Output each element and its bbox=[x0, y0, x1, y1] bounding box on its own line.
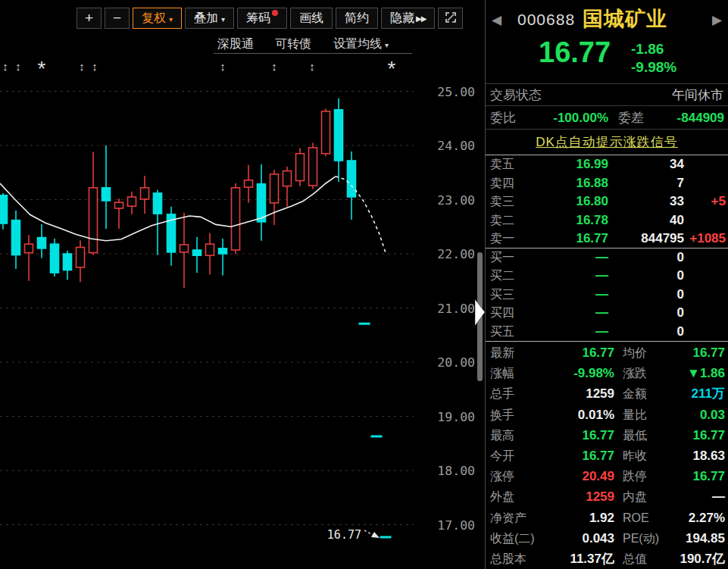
chart-subbar: 深股通 可转债 设置均线▾ bbox=[0, 35, 477, 55]
commission-ratio-label: 委比 bbox=[490, 107, 516, 129]
chips-button[interactable]: 筹码 bbox=[237, 8, 287, 29]
divider bbox=[486, 105, 728, 106]
stat-label: 总股本 bbox=[490, 549, 526, 569]
stat-value: 190.7亿 bbox=[648, 549, 725, 569]
red-dot-badge-icon bbox=[272, 10, 278, 16]
ob-price: 16.99 bbox=[536, 155, 608, 174]
zoom-in-button[interactable]: + bbox=[77, 8, 102, 29]
ob-volume: 33 bbox=[613, 192, 684, 211]
ob-price: 16.88 bbox=[536, 174, 608, 193]
price-change: -1.86 bbox=[631, 40, 676, 58]
ma-settings-dropdown[interactable]: 设置均线▾ bbox=[333, 36, 389, 52]
sell-row[interactable]: 卖一16.77844795+1085 bbox=[486, 230, 728, 249]
simple-mode-button[interactable]: 简约 bbox=[336, 8, 378, 29]
price-change-percent: -9.98% bbox=[631, 58, 676, 77]
stat-value: 1259 bbox=[533, 383, 614, 404]
ob-level-label: 买五 bbox=[490, 323, 514, 342]
divider bbox=[486, 129, 728, 130]
stat-value: 16.77 bbox=[533, 342, 614, 363]
ob-change: +1085 bbox=[684, 230, 726, 249]
stat-value: 16.77 bbox=[648, 425, 725, 446]
dk-signal-link[interactable]: DK点自动提示涨跌信号 bbox=[536, 135, 678, 149]
stat-row: 最新16.77均价16.77 bbox=[486, 342, 728, 363]
commission-row: 委比 -100.00% 委差 -844909 bbox=[486, 107, 728, 129]
sell-row[interactable]: 卖二16.7840 bbox=[486, 211, 728, 230]
stat-value: 16.77 bbox=[648, 466, 725, 486]
fullscreen-button[interactable] bbox=[438, 8, 463, 29]
stat-label: 今开 bbox=[490, 446, 514, 466]
stat-value: 16.77 bbox=[533, 446, 614, 466]
ob-level-label: 卖三 bbox=[490, 192, 514, 211]
ob-level-label: 买一 bbox=[490, 249, 514, 267]
stock-code: 000688 bbox=[517, 11, 575, 29]
adjust-rights-button[interactable]: 复权▾ bbox=[133, 8, 182, 29]
commission-diff-label: 委差 bbox=[618, 107, 644, 129]
ob-change: +5 bbox=[684, 192, 726, 211]
updown-arrow-icon: ↕ bbox=[271, 60, 277, 73]
ob-price: — bbox=[536, 323, 608, 342]
y-axis-label: 22.00 bbox=[437, 247, 475, 261]
stat-row: 今开16.77昨收18.63 bbox=[486, 446, 728, 466]
stat-label: 昨收 bbox=[623, 446, 647, 466]
sell-row[interactable]: 卖四16.887 bbox=[486, 174, 728, 193]
buy-row[interactable]: 买一—0 bbox=[486, 249, 728, 267]
ob-volume: 34 bbox=[613, 155, 684, 174]
hide-button[interactable]: 隐藏▶▶ bbox=[381, 8, 435, 29]
stat-row: 收益(二)0.043PE(动)194.85 bbox=[486, 528, 728, 549]
quote-panel: ◀ ▶ 000688 国城矿业 16.77 -1.86 -9.98% 交易状态 … bbox=[485, 0, 728, 569]
buy-row[interactable]: 买二—0 bbox=[486, 267, 728, 286]
zoom-out-button[interactable]: − bbox=[105, 8, 130, 29]
ob-level-label: 买二 bbox=[490, 267, 514, 286]
asterisk-icon: * bbox=[38, 57, 46, 80]
updown-arrow-icon: ↕ bbox=[309, 60, 315, 73]
stat-label: 总值 bbox=[623, 549, 647, 569]
buy-row[interactable]: 买五—0 bbox=[486, 323, 728, 342]
next-stock-arrow[interactable]: ▶ bbox=[712, 12, 722, 28]
stat-row: 外盘1259内盘— bbox=[486, 486, 728, 507]
y-axis-label: 20.00 bbox=[437, 355, 475, 370]
event-markers: ↕↕↕↕↕↕↕** bbox=[2, 57, 395, 80]
y-axis-label: 17.00 bbox=[437, 518, 475, 533]
stat-value: 0.03 bbox=[648, 405, 725, 425]
trade-status-label: 交易状态 bbox=[490, 85, 542, 105]
stat-value: 0.043 bbox=[533, 528, 614, 549]
prev-stock-arrow[interactable]: ◀ bbox=[492, 12, 501, 28]
ob-level-label: 买四 bbox=[490, 304, 514, 323]
ob-price: — bbox=[536, 304, 608, 323]
one-price-mark bbox=[359, 323, 370, 325]
y-axis-label: 21.00 bbox=[437, 302, 475, 316]
stat-value: 211万 bbox=[648, 383, 725, 404]
last-price-annotation: 16.77 bbox=[327, 528, 380, 542]
stat-label: 内盘 bbox=[623, 486, 647, 507]
last-price-text: 16.77 bbox=[327, 528, 361, 542]
stat-value: 194.85 bbox=[648, 528, 725, 549]
buy-row[interactable]: 买三—0 bbox=[486, 286, 728, 305]
buy-row[interactable]: 买四—0 bbox=[486, 304, 728, 323]
ob-volume: 0 bbox=[613, 249, 684, 267]
sell-row[interactable]: 卖三16.8033+5 bbox=[486, 192, 728, 211]
ob-volume: 844795 bbox=[613, 230, 684, 249]
draw-line-button[interactable]: 画线 bbox=[290, 8, 333, 29]
ob-price: 16.80 bbox=[536, 192, 608, 211]
tab-szse-connect[interactable]: 深股通 bbox=[217, 36, 254, 52]
adjust-rights-label: 复权 bbox=[142, 11, 166, 24]
y-axis-label: 24.00 bbox=[437, 139, 475, 153]
ob-price: 16.78 bbox=[536, 211, 608, 230]
ob-volume: 0 bbox=[613, 286, 684, 305]
stat-row: 涨幅-9.98%涨跌▼1.86 bbox=[486, 363, 728, 383]
kline-chart[interactable]: 25.0024.0023.0022.0021.0020.0019.0018.00… bbox=[0, 0, 485, 569]
ob-level-label: 买三 bbox=[490, 286, 514, 305]
ob-volume: 7 bbox=[613, 174, 684, 193]
ob-price: — bbox=[536, 249, 608, 267]
overlay-button[interactable]: 叠加▾ bbox=[185, 8, 234, 29]
sell-row[interactable]: 卖五16.9934 bbox=[486, 155, 728, 174]
stat-label: 金额 bbox=[623, 383, 647, 404]
y-axis-label: 19.00 bbox=[437, 410, 475, 424]
divider bbox=[486, 83, 728, 84]
stock-name: 国城矿业 bbox=[583, 5, 667, 33]
updown-arrow-icon: ↕ bbox=[15, 60, 21, 73]
grid-lines: 25.0024.0023.0022.0021.0020.0019.0018.00… bbox=[0, 85, 475, 533]
stat-value: -9.98% bbox=[533, 363, 614, 383]
trade-status-row: 交易状态 午间休市 bbox=[486, 85, 728, 105]
tab-convertible-bond[interactable]: 可转债 bbox=[275, 36, 311, 52]
